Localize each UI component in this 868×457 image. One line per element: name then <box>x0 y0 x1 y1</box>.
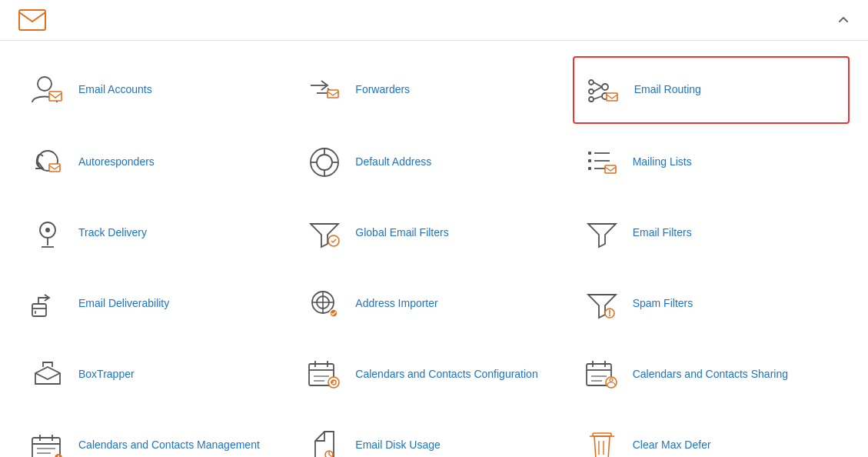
svg-point-29 <box>330 309 338 317</box>
global-email-filters-label: Global Email Filters <box>355 225 448 241</box>
svg-rect-49 <box>32 438 60 457</box>
grid-item-autoresponders[interactable]: Autoresponders <box>18 130 295 195</box>
email-routing-icon <box>584 70 624 110</box>
chevron-up-icon[interactable] <box>837 14 850 26</box>
mailing-lists-icon <box>582 142 622 182</box>
grid-item-track-delivery[interactable]: Track Delivery <box>18 201 295 265</box>
email-section-header <box>0 0 868 41</box>
email-accounts-icon <box>28 70 68 110</box>
svg-point-13 <box>317 155 332 170</box>
track-delivery-icon <box>28 213 68 253</box>
boxtrapper-icon <box>28 355 68 395</box>
email-filters-label: Email Filters <box>633 225 692 241</box>
email-deliverability-label: Email Deliverability <box>78 296 169 312</box>
calendars-contacts-config-icon <box>304 355 344 395</box>
grid-item-email-routing[interactable]: Email Routing <box>573 56 850 124</box>
grid-item-global-email-filters[interactable]: Global Email Filters <box>295 201 572 265</box>
track-delivery-label: Track Delivery <box>78 225 147 241</box>
email-disk-usage-icon <box>304 425 344 457</box>
email-routing-label: Email Routing <box>634 82 701 98</box>
spam-filters-label: Spam Filters <box>633 296 693 312</box>
forwarders-icon <box>304 70 344 110</box>
svg-point-24 <box>328 235 339 246</box>
global-email-filters-icon <box>304 213 344 253</box>
svg-rect-2 <box>49 92 62 101</box>
svg-rect-25 <box>32 304 46 316</box>
svg-point-32 <box>609 315 610 316</box>
default-address-label: Default Address <box>355 155 431 170</box>
header-left <box>18 9 55 31</box>
grid-item-calendars-contacts-mgmt[interactable]: Calendars and Contacts Management <box>18 413 295 457</box>
svg-point-1 <box>38 77 52 91</box>
calendars-contacts-sharing-label: Calendars and Contacts Sharing <box>633 367 788 382</box>
grid-item-clear-max-defer[interactable]: Clear Max Defer <box>573 413 850 457</box>
email-deliverability-icon <box>28 284 68 324</box>
svg-rect-3 <box>328 90 338 98</box>
address-importer-label: Address Importer <box>355 296 437 312</box>
mailing-lists-label: Mailing Lists <box>633 155 692 170</box>
svg-point-39 <box>328 377 339 388</box>
grid-item-default-address[interactable]: Default Address <box>295 130 572 195</box>
grid-item-calendars-contacts-config[interactable]: Calendars and Contacts Configuration <box>295 342 572 407</box>
email-accounts-label: Email Accounts <box>78 82 152 98</box>
grid-item-email-deliverability[interactable]: Email Deliverability <box>18 272 295 336</box>
boxtrapper-label: BoxTrapper <box>78 367 135 382</box>
svg-rect-20 <box>605 165 616 173</box>
forwarders-label: Forwarders <box>355 82 410 98</box>
grid-item-email-filters[interactable]: Email Filters <box>573 201 850 265</box>
grid-item-boxtrapper[interactable]: BoxTrapper <box>18 342 295 407</box>
svg-rect-9 <box>607 93 617 101</box>
calendars-contacts-mgmt-icon <box>28 425 68 457</box>
grid-item-email-accounts[interactable]: Email Accounts <box>18 56 295 124</box>
svg-point-5 <box>589 89 594 94</box>
email-filters-icon <box>582 213 622 253</box>
address-importer-icon <box>304 284 344 324</box>
grid-item-forwarders[interactable]: Forwarders <box>295 56 572 124</box>
clear-max-defer-icon <box>582 425 622 457</box>
grid-item-address-importer[interactable]: Address Importer <box>295 272 572 336</box>
svg-point-7 <box>602 84 608 90</box>
calendars-contacts-config-label: Calendars and Contacts Configuration <box>355 367 537 382</box>
svg-point-6 <box>589 97 594 102</box>
email-header-icon <box>18 9 46 31</box>
autoresponders-label: Autoresponders <box>78 155 155 170</box>
spam-filters-icon <box>582 284 622 324</box>
grid-item-email-disk-usage[interactable]: Email Disk Usage <box>295 413 572 457</box>
svg-rect-16 <box>588 159 591 162</box>
grid-item-mailing-lists[interactable]: Mailing Lists <box>573 130 850 195</box>
svg-rect-14 <box>588 152 591 155</box>
email-disk-usage-label: Email Disk Usage <box>355 438 440 453</box>
calendars-contacts-mgmt-label: Calendars and Contacts Management <box>78 438 260 453</box>
grid-item-calendars-contacts-sharing[interactable]: Calendars and Contacts Sharing <box>573 342 850 407</box>
clear-max-defer-label: Clear Max Defer <box>633 438 711 453</box>
svg-rect-0 <box>19 10 45 30</box>
default-address-icon <box>304 142 344 182</box>
svg-point-22 <box>45 228 50 232</box>
svg-rect-11 <box>49 164 60 172</box>
svg-rect-18 <box>588 167 591 170</box>
calendars-contacts-sharing-icon <box>582 355 622 395</box>
grid-item-spam-filters[interactable]: Spam Filters <box>573 272 850 336</box>
email-grid: Email Accounts Forwarders Email Routing … <box>0 41 868 457</box>
svg-point-4 <box>589 80 594 85</box>
autoresponders-icon <box>28 142 68 182</box>
